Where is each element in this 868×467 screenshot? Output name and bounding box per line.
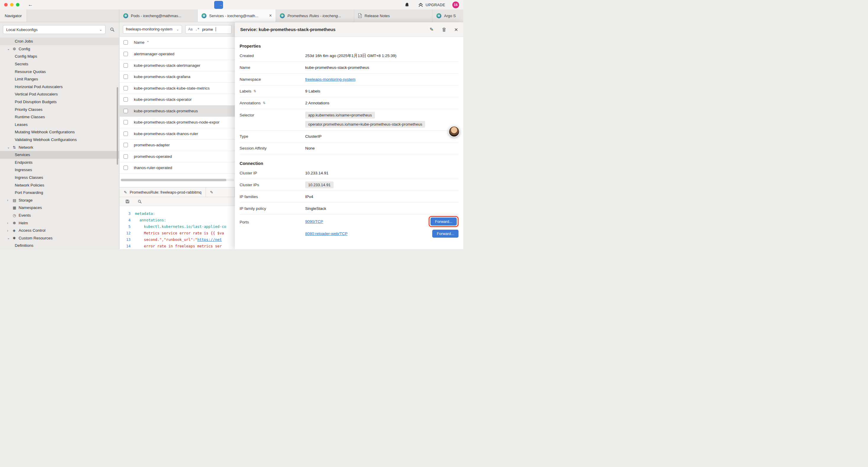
sidebar-item-namespaces[interactable]: ▦ Namespaces	[0, 204, 119, 212]
row-checkbox[interactable]	[123, 75, 128, 79]
sidebar-item-definitions[interactable]: Definitions	[0, 242, 119, 249]
table-row-selected[interactable]: kube-prometheus-stack-prometheus	[120, 106, 235, 117]
table-row[interactable]: kube-prometheus-stack-kube-state-metrics	[120, 83, 235, 94]
sidebar-item-ingress-classes[interactable]: Ingress Classes	[0, 174, 119, 181]
port-link-8080[interactable]: 8080:reloader-web/TCP	[305, 231, 347, 236]
editor-search-icon[interactable]	[136, 198, 144, 205]
tab-release-notes[interactable]: Release Notes	[354, 9, 433, 22]
port-link-9090[interactable]: 9090/TCP	[305, 219, 323, 224]
sidebar-item-port-forwarding[interactable]: Port Forwarding	[0, 189, 119, 197]
close-icon[interactable]: ×	[454, 26, 458, 32]
sidebar-item-config-maps[interactable]: Config Maps	[0, 53, 119, 60]
column-header-name[interactable]: Name	[134, 40, 145, 45]
tab-pods[interactable]: ☸ Pods - icecheng@mathmas...	[119, 9, 198, 22]
table-row[interactable]: thanos-ruler-operated	[120, 162, 235, 174]
maximize-window-button[interactable]	[16, 3, 20, 6]
sidebar-search-icon[interactable]	[108, 26, 116, 33]
forward-icon[interactable]: →	[214, 1, 223, 9]
row-label: IP families	[240, 195, 305, 199]
edit-pencil-icon[interactable]: ✎	[430, 27, 433, 32]
sidebar-item-network-policies[interactable]: Network Policies	[0, 181, 119, 189]
match-case-toggle[interactable]: Aa	[188, 27, 193, 31]
table-row[interactable]: prometheus-operated	[120, 151, 235, 163]
table-row[interactable]: kube-prometheus-stack-grafana	[120, 71, 235, 83]
sidebar-item-label: Access Control	[19, 228, 45, 233]
back-icon[interactable]: ←	[27, 2, 34, 8]
horizontal-scrollbar[interactable]	[121, 179, 234, 181]
sidebar-item-runtime-classes[interactable]: Runtime Classes	[0, 113, 119, 121]
dock-tab-partial[interactable]: ✎	[206, 187, 235, 197]
kubeconfig-select[interactable]: Local Kubeconfigs ⌄	[3, 25, 105, 34]
search-input[interactable]: Aa .* prome	[185, 25, 231, 34]
sidebar-item-helm[interactable]: › ☸ Helm	[0, 219, 119, 227]
select-all-checkbox[interactable]	[123, 40, 128, 45]
row-checkbox[interactable]	[123, 97, 128, 102]
regex-toggle[interactable]: .*	[195, 27, 199, 31]
expand-collapse-icon[interactable]: ⇅	[262, 101, 265, 105]
expand-collapse-icon[interactable]: ⇅	[253, 89, 256, 93]
sidebar-item-resource-quotas[interactable]: Resource Quotas	[0, 68, 119, 76]
sidebar-item-access-control[interactable]: › ◈ Access Control	[0, 227, 119, 234]
notifications-bell-icon[interactable]	[403, 1, 411, 8]
tab-services[interactable]: ☸ Services - icecheng@math... ×	[198, 9, 276, 22]
namespace-link[interactable]: freeleaps-monitoring-system	[305, 77, 355, 82]
minimize-window-button[interactable]	[10, 3, 13, 6]
code-text: annotations:	[135, 218, 166, 222]
sidebar-item-validating-webhook-configurations[interactable]: Validating Webhook Configurations	[0, 136, 119, 144]
sidebar-item-ingresses[interactable]: Ingresses	[0, 166, 119, 174]
sidebar-item-leases[interactable]: Leases	[0, 121, 119, 128]
delete-trash-icon[interactable]	[442, 27, 446, 32]
table-row[interactable]: kube-prometheus-stack-prometheus-node-ex…	[120, 117, 235, 128]
table-row[interactable]: kube-prometheus-stack-thanos-ruler	[120, 128, 235, 140]
sidebar-item-secrets[interactable]: Secrets	[0, 60, 119, 68]
sidebar-item-config[interactable]: ⌄ ⚙ Config	[0, 45, 119, 53]
tab-label: Pods - icecheng@mathmas...	[131, 13, 193, 18]
row-checkbox[interactable]	[123, 109, 128, 113]
sidebar-scrollbar[interactable]	[117, 87, 118, 165]
dock-tab-prometheusrule[interactable]: ✎ PrometheusRule: freeleaps-prod-rabbitm…	[120, 187, 206, 197]
sidebar-item-cron-jobs[interactable]: Cron Jobs	[0, 37, 119, 45]
table-row[interactable]: kube-prometheus-stack-alertmanager	[120, 60, 235, 71]
sidebar-item-pod-disruption-budgets[interactable]: Pod Disruption Budgets	[0, 98, 119, 106]
sidebar-item-endpoints[interactable]: Endpoints	[0, 159, 119, 167]
close-window-button[interactable]	[4, 3, 8, 6]
tab-prometheus-rules[interactable]: ☸ Prometheus Rules - icecheng...	[276, 9, 354, 22]
sidebar-item-custom-resources[interactable]: ⌄ ✱ Custom Resources	[0, 234, 119, 242]
services-list-panel: freeleaps-monitoring-system ⌄ Aa .* prom…	[120, 22, 235, 249]
sidebar-item-label: Validating Webhook Configurations	[15, 138, 77, 142]
sidebar-item-network[interactable]: ⌄ ⇅ Network	[0, 143, 119, 151]
tab-navigator[interactable]: Navigator	[0, 9, 27, 22]
user-avatar[interactable]	[448, 126, 460, 137]
tab-argo[interactable]: ☸ Argo S	[433, 9, 463, 22]
sidebar-item-events[interactable]: ◷ Events	[0, 212, 119, 219]
row-checkbox[interactable]	[123, 132, 128, 136]
upgrade-button[interactable]: UPGRADE	[418, 2, 445, 7]
sidebar-item-mutating-webhook-configurations[interactable]: Mutating Webhook Configurations	[0, 128, 119, 136]
row-checkbox[interactable]	[123, 120, 128, 124]
sidebar-item-limit-ranges[interactable]: Limit Ranges	[0, 76, 119, 83]
close-tab-icon[interactable]: ×	[269, 13, 272, 18]
sidebar-item-storage[interactable]: › ▤ Storage	[0, 196, 119, 204]
row-checkbox[interactable]	[123, 86, 128, 90]
save-icon[interactable]	[123, 198, 131, 205]
yaml-editor[interactable]: 3metadata: 4 annotations: 5 kubectl.kube…	[120, 206, 235, 249]
sidebar-item-priority-classes[interactable]: Priority Classes	[0, 106, 119, 113]
table-row[interactable]: alertmanager-operated	[120, 49, 235, 60]
scrollbar-thumb[interactable]	[121, 179, 226, 181]
service-name: kube-prometheus-stack-operator	[134, 97, 192, 102]
section-heading-properties: Properties	[240, 42, 459, 50]
notification-count-badge[interactable]: 15	[452, 1, 459, 8]
sidebar-item-services[interactable]: Services	[0, 151, 119, 159]
table-row[interactable]: kube-prometheus-stack-operator	[120, 94, 235, 106]
row-checkbox[interactable]	[123, 63, 128, 68]
row-checkbox[interactable]	[123, 154, 128, 159]
forward-button[interactable]: Forward...	[430, 217, 457, 226]
namespace-select[interactable]: freeleaps-monitoring-system ⌄	[123, 25, 182, 34]
row-checkbox[interactable]	[123, 166, 128, 170]
row-checkbox[interactable]	[123, 143, 128, 147]
row-checkbox[interactable]	[123, 52, 128, 56]
table-row[interactable]: prometheus-adapter	[120, 140, 235, 151]
sidebar-item-vertical-pod-autoscalers[interactable]: Vertical Pod Autoscalers	[0, 90, 119, 98]
forward-button[interactable]: Forward...	[432, 230, 459, 238]
sidebar-item-horizontal-pod-autoscalers[interactable]: Horizontal Pod Autoscalers	[0, 83, 119, 91]
